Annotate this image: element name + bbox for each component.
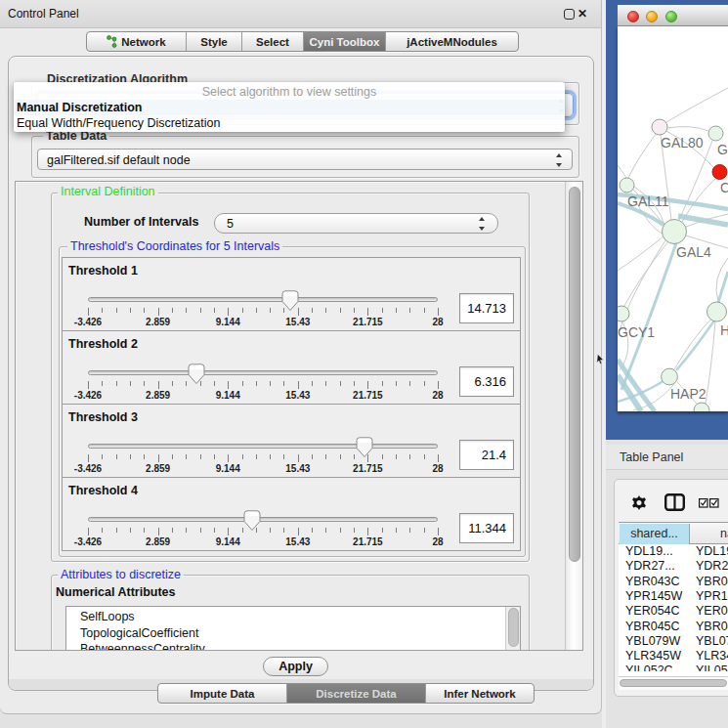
network-node[interactable] (694, 403, 709, 411)
network-edge[interactable] (706, 321, 715, 404)
threshold-value-field[interactable]: 6.316 (459, 366, 514, 397)
column-header-name[interactable]: na (690, 524, 728, 544)
table-horizontal-scrollbar[interactable] (619, 676, 728, 690)
attributes-scrollbar-thumb[interactable] (508, 608, 519, 647)
slider-tick (409, 454, 410, 459)
slider-track[interactable] (88, 444, 438, 449)
network-edge[interactable] (667, 127, 708, 131)
tab-style[interactable]: Style (187, 32, 242, 51)
tab-cyni-toolbox[interactable]: Cyni Toolbox (304, 32, 386, 51)
network-edge[interactable] (666, 88, 728, 122)
attribute-item[interactable]: TopologicalCoefficient (80, 626, 198, 640)
attributes-list-scrollbar[interactable] (505, 607, 520, 650)
column-layout-icon[interactable] (664, 493, 685, 511)
zoom-light-icon[interactable] (665, 11, 677, 22)
tab-jactivemnodules[interactable]: jActiveMNodules (386, 32, 518, 51)
slider-track[interactable] (88, 370, 438, 375)
tab-network[interactable]: Network (87, 32, 187, 51)
slider-tick (242, 454, 243, 459)
attribute-item[interactable]: BetweennessCentrality (80, 642, 205, 651)
network-heavy-edge[interactable] (621, 243, 676, 390)
slider-tick (116, 381, 117, 386)
network-edge[interactable] (628, 134, 656, 178)
tab-discretize-data[interactable]: Discretize Data (287, 684, 426, 703)
threshold-value-field[interactable]: 11.344 (459, 513, 514, 543)
slider-tick (228, 454, 229, 462)
table-row[interactable]: YLR345WYLR34 (619, 649, 728, 664)
popup-hint-item[interactable]: Select algorithm to view settings (14, 84, 565, 100)
slider-tick (102, 308, 103, 313)
network-node-c[interactable] (712, 165, 727, 180)
main-scrollbar-thumb[interactable] (569, 187, 580, 562)
network-window-titlebar (618, 5, 728, 26)
table-row[interactable]: YER054CYER05 (619, 604, 728, 619)
slider-thumb[interactable] (281, 290, 299, 312)
popup-item-manual[interactable]: Manual Discretization (14, 100, 565, 115)
apply-button[interactable]: Apply (263, 657, 328, 676)
table-data-combo[interactable]: galFiltered.sif default node (37, 149, 573, 170)
slider-tick (270, 381, 271, 386)
cell-name: YDR27 (696, 559, 728, 574)
close-icon[interactable]: ✕ (578, 0, 587, 28)
slider-track[interactable] (88, 517, 438, 522)
slider-tick (424, 454, 425, 459)
threshold-value-field[interactable]: 14.713 (459, 293, 514, 323)
slider-track[interactable] (88, 297, 438, 302)
popup-item-equal-width[interactable]: Equal Width/Frequency Discretization (14, 115, 565, 131)
network-heavy-edge[interactable] (676, 321, 714, 370)
network-node-ga[interactable] (708, 126, 723, 141)
slider-tick-label: 15.43 (274, 463, 322, 474)
slider-tick (340, 381, 341, 386)
checkbox-icons[interactable] (699, 498, 719, 508)
table-row[interactable]: YBR045CYBR04 (619, 620, 728, 634)
network-edge[interactable] (618, 165, 626, 178)
tab-impute-data[interactable]: Impute Data (158, 684, 287, 703)
network-node-hap2[interactable] (662, 368, 678, 385)
float-window-icon[interactable] (564, 9, 575, 20)
network-node-gcy1[interactable] (618, 306, 629, 321)
close-light-icon[interactable] (627, 11, 639, 22)
slider-tick (424, 381, 425, 386)
tab-select[interactable]: Select (242, 32, 304, 51)
combo-arrows-icon (479, 217, 486, 231)
tab-infer-network[interactable]: Infer Network (426, 684, 534, 703)
table-row[interactable]: YDL19...YDL19 (619, 544, 728, 559)
network-edge[interactable] (679, 141, 712, 220)
slider-thumb[interactable] (243, 510, 261, 532)
network-edge[interactable] (674, 319, 711, 369)
tab-label: Infer Network (444, 688, 516, 700)
slider-tick (325, 308, 326, 313)
table-row[interactable]: YBL079WYBL07 (619, 634, 728, 649)
minimize-light-icon[interactable] (646, 11, 658, 22)
main-scrollbar[interactable] (565, 182, 582, 650)
network-node-gal11[interactable] (620, 178, 634, 193)
network-heavy-edge[interactable] (718, 272, 728, 303)
slider-tick-label: 28 (413, 463, 462, 474)
slider-thumb[interactable] (188, 364, 205, 385)
network-node-h[interactable] (707, 302, 727, 321)
cell-shared-name: YLR345W (625, 649, 681, 664)
attribute-item[interactable]: SelfLoops (80, 610, 135, 623)
slider-tick (325, 454, 326, 459)
number-of-intervals-combo[interactable]: 5 (214, 213, 498, 234)
network-node-gal80[interactable] (652, 119, 667, 135)
table-hscrollbar-thumb[interactable] (620, 679, 727, 687)
slider-tick (424, 528, 425, 533)
table-row[interactable]: YPR145WYPR14 (619, 589, 728, 604)
slider-tick (172, 454, 173, 459)
threshold-value-field[interactable]: 21.4 (459, 440, 514, 470)
table-row[interactable]: YBR043CYBR04 (619, 575, 728, 589)
network-canvas[interactable]: GAL80GACGAL11GAL4GCY1HHAP2 (618, 26, 728, 411)
network-node-gal4[interactable] (663, 220, 687, 244)
network-heavy-edge[interactable] (678, 216, 728, 225)
column-header-shared-name[interactable]: shared... (620, 524, 690, 544)
gear-icon[interactable] (631, 495, 647, 511)
slider-thumb[interactable] (356, 437, 373, 458)
network-edge[interactable] (624, 241, 668, 306)
numerical-attributes-list[interactable]: SelfLoopsTopologicalCoefficientBetweenne… (65, 606, 521, 651)
slider-tick (438, 454, 439, 462)
table-row[interactable]: YIL052CYIL05 (619, 664, 728, 671)
table-row[interactable]: YDR27...YDR27 (619, 559, 728, 574)
cell-name: YPR14 (696, 589, 728, 604)
slider-tick (270, 308, 271, 313)
